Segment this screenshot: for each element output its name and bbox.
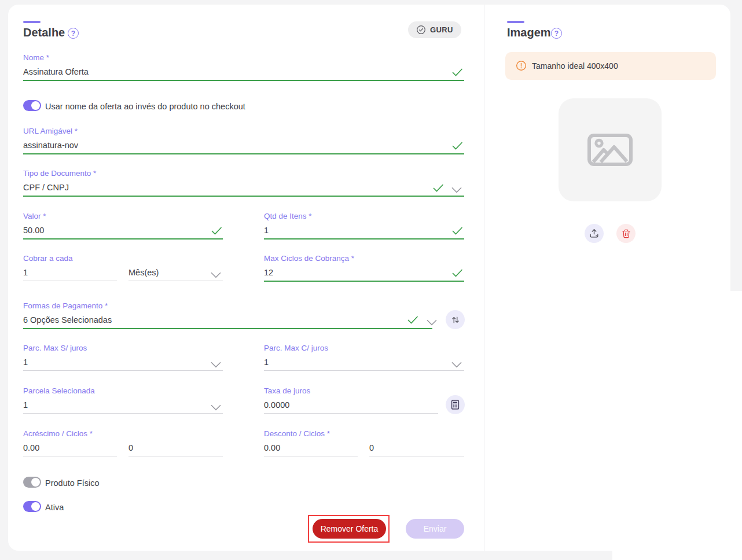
- chevron-down-icon[interactable]: [208, 357, 223, 374]
- tipo-documento-underline: [23, 196, 464, 197]
- qtd-itens-label: Qtd de Itens *: [264, 212, 312, 220]
- page: Detalhe ? GURU Nome * Assinatura Oferta …: [0, 0, 742, 560]
- submit-button[interactable]: Enviar: [406, 519, 464, 539]
- max-ciclos-input[interactable]: 12: [264, 268, 273, 277]
- formas-pagamento-underline: [23, 328, 432, 329]
- toggle-knob: [31, 502, 40, 511]
- parc-max-sem-juros-underline: [23, 370, 223, 371]
- help-icon[interactable]: ?: [68, 28, 79, 39]
- valid-check-icon: [431, 181, 445, 197]
- valid-check-icon: [450, 266, 464, 282]
- cobrar-a-cada-input[interactable]: 1: [23, 268, 28, 277]
- tipo-documento-label: Tipo de Documento *: [23, 169, 96, 178]
- parc-max-com-juros-label: Parc. Max C/ juros: [264, 344, 328, 352]
- acrescimo-ciclos-underline: [128, 456, 223, 456]
- taxa-juros-input[interactable]: 0.0000: [264, 400, 289, 410]
- calculator-icon: [451, 400, 460, 410]
- acrescimo-ciclos-input[interactable]: 0: [128, 443, 133, 452]
- image-size-alert-text: Tamanho ideal 400x400: [532, 61, 618, 71]
- desconto-ciclos-input[interactable]: 0: [369, 443, 374, 452]
- delete-image-button[interactable]: [616, 224, 636, 243]
- produto-fisico-label: Produto Físico: [45, 478, 100, 488]
- title-accent-dash: [507, 21, 524, 23]
- nome-underline: [23, 80, 464, 81]
- guru-badge-label: GURU: [430, 25, 453, 34]
- ativa-label: Ativa: [45, 503, 64, 512]
- acrescimo-ciclos-label: Acréscimo / Ciclos *: [23, 429, 93, 438]
- max-ciclos-label: Max Ciclos de Cobrança *: [264, 254, 354, 263]
- use-offer-name-label: Usar nome da oferta ao invés do produto …: [45, 102, 245, 111]
- form-card: Detalhe ? GURU Nome * Assinatura Oferta …: [8, 5, 730, 551]
- parcela-selecionada-label: Parcela Selecionada: [23, 386, 95, 395]
- valor-input[interactable]: 50.00: [23, 226, 44, 235]
- chevron-down-icon[interactable]: [424, 315, 439, 332]
- formas-pagamento-label: Formas de Pagamento *: [23, 301, 108, 310]
- help-icon[interactable]: ?: [551, 28, 562, 39]
- detail-panel-title: Detalhe: [23, 26, 65, 39]
- valor-underline: [23, 238, 223, 240]
- sort-payment-methods-button[interactable]: [446, 310, 465, 329]
- title-accent-dash: [23, 21, 41, 23]
- parc-max-sem-juros-label: Parc. Max S/ juros: [23, 344, 87, 352]
- desconto-underline: [264, 456, 358, 456]
- check-circle-icon: [416, 25, 426, 35]
- help-glyph: ?: [71, 30, 75, 38]
- acrescimo-underline: [23, 456, 117, 456]
- trash-icon: [621, 229, 631, 239]
- alert-info-icon: [516, 60, 527, 73]
- nome-label: Nome *: [23, 53, 49, 62]
- nome-input[interactable]: Assinatura Oferta: [23, 67, 89, 76]
- image-size-alert: Tamanho ideal 400x400: [505, 52, 716, 80]
- panel-divider: [484, 5, 484, 551]
- toggle-knob: [31, 478, 40, 487]
- taxa-juros-label: Taxa de juros: [264, 386, 310, 395]
- use-offer-name-toggle[interactable]: [23, 100, 41, 111]
- period-select[interactable]: Mês(es): [128, 268, 159, 277]
- valor-label: Valor *: [23, 212, 46, 220]
- ativa-toggle[interactable]: [23, 501, 41, 512]
- cobrar-a-cada-label: Cobrar a cada: [23, 254, 73, 263]
- qtd-itens-underline: [264, 238, 464, 240]
- tipo-documento-select[interactable]: CPF / CNPJ: [23, 183, 69, 192]
- taxa-juros-underline: [264, 413, 438, 414]
- guru-status-badge: GURU: [408, 21, 461, 38]
- sort-arrows-icon: [451, 315, 460, 325]
- chevron-down-icon[interactable]: [449, 357, 464, 374]
- parc-max-com-juros-underline: [264, 370, 464, 371]
- parc-max-sem-juros-select[interactable]: 1: [23, 358, 28, 367]
- valid-check-icon: [406, 313, 420, 329]
- calculate-interest-button[interactable]: [446, 395, 465, 414]
- max-ciclos-underline: [264, 281, 464, 282]
- parc-max-com-juros-select[interactable]: 1: [264, 358, 269, 367]
- help-glyph: ?: [554, 30, 559, 38]
- url-label: URL Amigável *: [23, 127, 78, 135]
- valid-check-icon: [450, 224, 464, 240]
- upload-icon: [589, 228, 600, 239]
- url-underline: [23, 153, 464, 154]
- desconto-input[interactable]: 0.00: [264, 443, 280, 452]
- toggle-knob: [31, 101, 40, 110]
- valid-check-icon: [450, 139, 464, 155]
- produto-fisico-toggle[interactable]: [23, 477, 41, 488]
- url-input[interactable]: assinatura-nov: [23, 141, 78, 150]
- image-panel-title: Imagem: [507, 26, 551, 39]
- chevron-down-icon[interactable]: [208, 400, 223, 417]
- remove-offer-button[interactable]: Remover Oferta: [313, 519, 386, 539]
- formas-pagamento-select[interactable]: 6 Opções Selecionadas: [23, 315, 112, 325]
- chevron-down-icon[interactable]: [208, 267, 223, 285]
- valid-check-icon: [450, 65, 464, 82]
- upload-image-button[interactable]: [585, 224, 604, 243]
- parcela-selecionada-underline: [23, 413, 223, 414]
- valid-check-icon: [210, 224, 223, 240]
- cobrar-a-cada-underline: [23, 281, 117, 281]
- chevron-down-icon[interactable]: [449, 182, 464, 200]
- image-placeholder-icon: [587, 133, 633, 167]
- desconto-ciclos-label: Desconto / Ciclos *: [264, 429, 330, 438]
- parcela-selecionada-select[interactable]: 1: [23, 400, 28, 410]
- image-upload-placeholder[interactable]: [559, 98, 662, 201]
- qtd-itens-input[interactable]: 1: [264, 226, 269, 235]
- desconto-ciclos-underline: [369, 456, 464, 456]
- acrescimo-input[interactable]: 0.00: [23, 443, 39, 452]
